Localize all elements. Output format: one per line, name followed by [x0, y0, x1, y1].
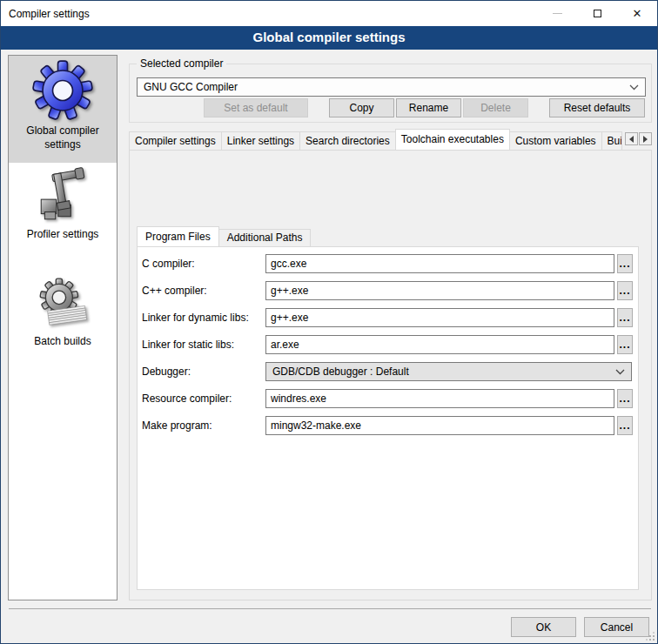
sidebar-item-label: Batch builds — [14, 335, 111, 349]
browse-button[interactable]: ... — [617, 335, 633, 354]
field-row-resource-compiler: Resource compiler: ... — [138, 389, 638, 409]
resize-grip[interactable] — [645, 631, 655, 641]
close-button[interactable]: ✕ — [617, 1, 657, 26]
linker-static-input[interactable] — [265, 335, 614, 354]
tab-scroll-right-button[interactable] — [639, 132, 652, 145]
compiler-buttons-row: Set as default Copy Rename Delete Reset … — [204, 98, 645, 117]
compiler-select-value: GNU GCC Compiler — [144, 81, 238, 93]
program-files-panel: C compiler: ... C++ compiler: ... Linker… — [137, 246, 639, 590]
blue-gear-icon — [32, 60, 93, 121]
browse-button[interactable]: ... — [617, 254, 633, 273]
gray-gear-stack-icon — [34, 274, 91, 332]
chevron-down-icon — [615, 369, 625, 375]
field-label: Linker for static libs: — [142, 339, 234, 351]
field-row-linker-static: Linker for static libs: ... — [138, 335, 638, 355]
compiler-select[interactable]: GNU GCC Compiler — [137, 77, 646, 97]
minimize-button[interactable] — [537, 1, 577, 26]
linker-dynamic-input[interactable] — [265, 308, 614, 327]
program-files-tabs: Program Files Additional Paths — [137, 226, 310, 246]
arrow-right-icon — [643, 136, 648, 143]
titlebar: Compiler settings ✕ — [1, 1, 657, 26]
field-row-linker-dynamic: Linker for dynamic libs: ... — [138, 308, 638, 328]
tab-build-options[interactable]: Build — [601, 131, 622, 150]
copy-button[interactable]: Copy — [329, 98, 394, 117]
field-row-cpp-compiler: C++ compiler: ... — [138, 281, 638, 301]
sidebar-item-label: Global compiler settings — [14, 124, 111, 151]
maximize-icon — [594, 10, 601, 17]
resource-compiler-input[interactable] — [265, 389, 614, 408]
set-as-default-button[interactable]: Set as default — [204, 98, 308, 117]
sidebar-item-label: Profiler settings — [14, 228, 111, 242]
window-controls: ✕ — [537, 1, 657, 26]
delete-button[interactable]: Delete — [463, 98, 528, 117]
arrow-left-icon — [629, 136, 634, 143]
cancel-button[interactable]: Cancel — [584, 617, 649, 637]
browse-button[interactable]: ... — [617, 389, 633, 408]
footer-separator — [9, 608, 651, 609]
maximize-button[interactable] — [577, 1, 617, 26]
browse-button[interactable]: ... — [617, 416, 633, 435]
minimize-icon — [553, 13, 562, 14]
tab-compiler-settings[interactable]: Compiler settings — [129, 131, 222, 150]
ok-button[interactable]: OK — [511, 617, 576, 637]
rename-button[interactable]: Rename — [396, 98, 461, 117]
field-row-c-compiler: C compiler: ... — [138, 254, 638, 274]
compiler-settings-dialog: Compiler settings ✕ Global compiler sett… — [0, 0, 658, 644]
field-label: Debugger: — [142, 366, 191, 378]
sidebar-item-global-compiler-settings[interactable]: Global compiler settings — [9, 56, 117, 163]
tab-search-directories[interactable]: Search directories — [299, 131, 396, 150]
field-label: C++ compiler: — [142, 285, 207, 297]
debugger-select[interactable]: GDB/CDB debugger : Default — [265, 362, 632, 381]
close-icon: ✕ — [633, 8, 642, 19]
field-label: Make program: — [142, 419, 212, 432]
tab-additional-paths[interactable]: Additional Paths — [218, 229, 312, 246]
browse-button[interactable]: ... — [617, 308, 633, 327]
tab-scroll-left-button[interactable] — [625, 132, 638, 145]
tab-custom-variables[interactable]: Custom variables — [509, 131, 602, 150]
browse-button[interactable]: ... — [617, 281, 633, 300]
window-title: Compiler settings — [9, 8, 90, 20]
chevron-down-icon — [629, 84, 639, 91]
debugger-select-value: GDB/CDB debugger : Default — [272, 366, 409, 378]
selected-compiler-group: Selected compiler GNU GCC Compiler Set a… — [129, 64, 652, 123]
c-compiler-input[interactable] — [265, 254, 614, 273]
sidebar-item-batch-builds[interactable]: Batch builds — [9, 270, 117, 377]
make-program-input[interactable] — [265, 416, 614, 435]
field-row-make-program: Make program: ... — [138, 416, 638, 436]
cpp-compiler-input[interactable] — [265, 281, 614, 300]
tab-toolchain-executables[interactable]: Toolchain executables — [395, 129, 510, 150]
field-label: Linker for dynamic libs: — [142, 312, 249, 324]
tab-linker-settings[interactable]: Linker settings — [221, 131, 300, 150]
settings-category-list: Global compiler settings Pr — [8, 55, 118, 600]
field-label: Resource compiler: — [142, 392, 232, 405]
field-row-debugger: Debugger: GDB/CDB debugger : Default — [138, 362, 638, 382]
tab-program-files[interactable]: Program Files — [137, 226, 219, 246]
tab-scroll-buttons — [624, 132, 652, 145]
settings-tabs: Compiler settings Linker settings Search… — [129, 129, 652, 150]
page-title: Global compiler settings — [1, 26, 657, 50]
reset-defaults-button[interactable]: Reset defaults — [549, 98, 645, 117]
group-label: Selected compiler — [137, 57, 226, 70]
sidebar-item-profiler-settings[interactable]: Profiler settings — [9, 163, 117, 270]
caliper-blocks-icon — [34, 167, 91, 225]
field-label: C compiler: — [142, 258, 195, 270]
